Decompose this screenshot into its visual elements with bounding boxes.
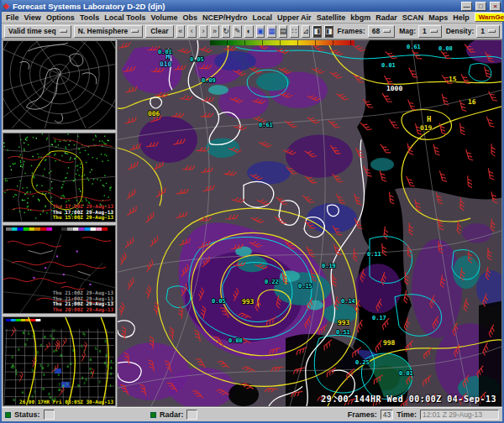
frames-value: 68 <box>372 27 380 35</box>
menu-tools[interactable]: Tools <box>80 13 99 22</box>
svg-text:3: 3 <box>57 373 60 377</box>
svg-text:8: 8 <box>77 384 80 388</box>
invert-right-button[interactable]: ◨ <box>324 25 333 38</box>
colorbar-legend <box>210 40 354 45</box>
menu-volume[interactable]: Volume <box>151 13 178 22</box>
clear-button[interactable]: Clear <box>145 25 173 38</box>
svg-text:0.09: 0.09 <box>202 77 216 84</box>
frames-label: Frames: <box>338 27 365 35</box>
svg-text:7: 7 <box>34 390 36 394</box>
menu-radar[interactable]: Radar <box>375 13 397 22</box>
menu-scan[interactable]: SCAN <box>402 13 424 22</box>
points-button[interactable]: ∷ <box>290 25 299 38</box>
step-back-button[interactable]: ‹ <box>187 25 197 38</box>
svg-text:H: H <box>427 115 431 123</box>
menu-upper-air[interactable]: Upper Air <box>277 13 312 22</box>
minimize-button[interactable]: — <box>461 2 472 11</box>
menu-maps[interactable]: Maps <box>428 13 448 22</box>
last-frame-button[interactable]: » <box>210 25 219 38</box>
pencil-draw-button[interactable]: ✎ <box>233 25 242 38</box>
svg-text:0.25: 0.25 <box>355 359 370 366</box>
menu-kbgm[interactable]: kbgm <box>350 13 370 22</box>
statusbar: Status: Radar: Frames: 43 Time: 12:01 Z … <box>2 407 502 421</box>
frames-status-label: Frames: <box>348 410 377 419</box>
mag-label: Mag: <box>399 27 416 35</box>
svg-text:0.61: 0.61 <box>407 44 421 50</box>
image-blend-button[interactable]: ▦ <box>267 25 276 38</box>
svg-text:4: 4 <box>110 359 113 363</box>
loop-button[interactable]: ↻ <box>222 25 231 38</box>
menu-file[interactable]: File <box>6 13 19 22</box>
menu-satellite[interactable]: Satellite <box>317 13 346 22</box>
svg-text:0.19: 0.19 <box>322 263 336 269</box>
menu-ncep-hydro[interactable]: NCEP/Hydro <box>202 13 248 22</box>
county-obs-map: 8648814253766217462727307736215825803845… <box>3 317 115 405</box>
status-field[interactable] <box>44 410 55 420</box>
panel-timestamps: Thu 21:00Z 29-Aug-13Thu 21:00Z 29-Aug-13… <box>53 290 113 312</box>
time-options-button[interactable]: ◐ <box>244 25 254 38</box>
step-forward-button[interactable]: › <box>199 25 208 38</box>
svg-text:4: 4 <box>48 392 50 396</box>
main-map-display[interactable]: 9939939980061516H0191000H0100.010.610.08… <box>117 39 502 407</box>
svg-text:5: 5 <box>31 368 34 373</box>
n-hemisphere-map <box>3 41 115 128</box>
svg-text:993: 993 <box>338 319 350 326</box>
close-button[interactable]: × <box>490 2 501 11</box>
svg-text:5: 5 <box>28 332 30 336</box>
svg-text:0.01: 0.01 <box>399 371 413 378</box>
time-mode-dropdown[interactable]: Valid time seq <box>4 25 71 38</box>
svg-text:0.08: 0.08 <box>228 337 243 344</box>
maximize-button[interactable]: □ <box>475 2 486 11</box>
svg-text:6: 6 <box>53 337 55 341</box>
svg-text:0.01: 0.01 <box>158 49 172 55</box>
svg-text:0: 0 <box>13 398 15 402</box>
warngen-button[interactable]: WarnGen <box>475 13 504 22</box>
mini-colorbar <box>6 319 40 321</box>
mag-value: 1 <box>423 27 427 35</box>
menu-local[interactable]: Local <box>252 13 272 22</box>
density-value: 1 <box>480 27 485 35</box>
density-dropdown[interactable]: 1 <box>476 25 500 38</box>
image-combine-button[interactable]: ▣ <box>256 25 265 38</box>
svg-text:019: 019 <box>420 124 433 132</box>
svg-text:2: 2 <box>83 381 86 385</box>
panel-surface-obs[interactable]: Thu 17:00Z 29-Aug-13Thu 17:00Z 29-Aug-13… <box>3 133 116 222</box>
panel-timestamp: Thu 20:00Z 29-Aug-13 <box>53 307 113 313</box>
svg-text:8: 8 <box>23 331 25 335</box>
svg-text:0: 0 <box>42 387 45 391</box>
panel-n-hemisphere[interactable] <box>3 40 116 130</box>
mag-dropdown[interactable]: 1 <box>418 25 442 38</box>
svg-text:8: 8 <box>60 354 62 358</box>
svg-text:4: 4 <box>110 366 113 370</box>
panel-county-obs[interactable]: 8648814253766217462727307736215825803845… <box>3 316 116 406</box>
status-label: Status: <box>14 410 40 419</box>
menu-local-tools[interactable]: Local Tools <box>104 13 145 22</box>
scale-dropdown[interactable]: N. Hemisphere <box>74 25 144 38</box>
svg-text:0.17: 0.17 <box>372 315 386 321</box>
print-button[interactable]: ▤ <box>279 25 288 38</box>
panel-timestamp: Thu 15:00Z 29-Aug-13 <box>53 215 113 221</box>
svg-text:4: 4 <box>109 372 112 376</box>
radar-field[interactable] <box>186 410 197 420</box>
svg-text:8: 8 <box>58 388 60 392</box>
titlebar[interactable]: ◆ Forecast Systems Laboratory D-2D (djn)… <box>2 0 502 12</box>
first-frame-button[interactable]: « <box>176 25 186 38</box>
svg-text:3: 3 <box>18 348 20 352</box>
menu-view[interactable]: View <box>24 13 41 22</box>
svg-text:0.01: 0.01 <box>381 62 396 69</box>
dropdown-indicator <box>430 29 438 33</box>
svg-text:0.05: 0.05 <box>212 298 226 305</box>
menu-options[interactable]: Options <box>46 13 75 22</box>
menu-obs[interactable]: Obs <box>182 13 197 22</box>
svg-text:8: 8 <box>44 335 46 339</box>
invert-left-button[interactable]: ◧ <box>312 25 322 38</box>
menu-help[interactable]: Help <box>453 13 470 22</box>
status-led-icon <box>5 412 11 418</box>
baselines-button[interactable]: ⊿ <box>302 25 311 38</box>
window-menu-icon[interactable]: ◆ <box>3 2 9 10</box>
svg-text:006: 006 <box>148 110 160 118</box>
panel-radar-mosaic[interactable]: Thu 21:00Z 29-Aug-13Thu 21:00Z 29-Aug-13… <box>3 225 116 315</box>
frames-dropdown[interactable]: 68 <box>368 25 395 38</box>
svg-text:1000: 1000 <box>386 85 402 92</box>
svg-text:6: 6 <box>22 390 24 394</box>
